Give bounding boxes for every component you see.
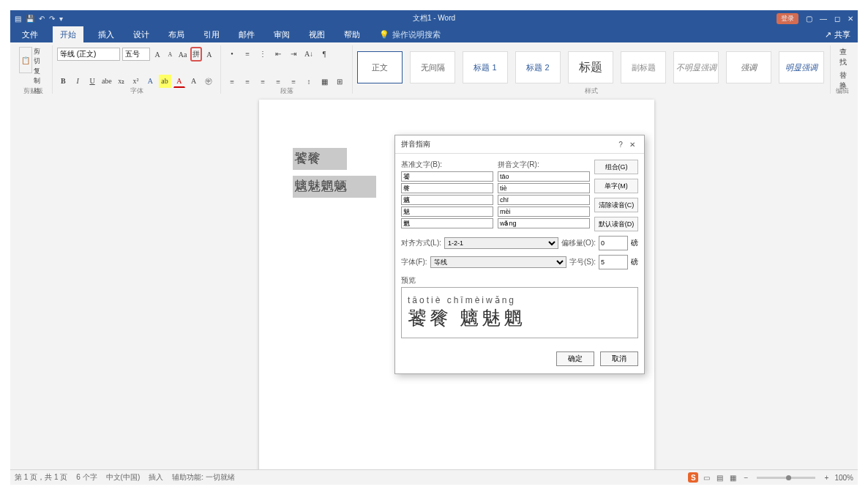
highlight-button[interactable]: ab [159, 75, 171, 88]
minimize-icon[interactable]: — [820, 15, 827, 23]
tab-home[interactable]: 开始 [53, 26, 83, 43]
ruby-text-3[interactable] [498, 206, 590, 217]
ruby-text-0[interactable] [498, 171, 590, 182]
bullets-button[interactable]: • [225, 47, 239, 60]
base-text-0[interactable] [401, 171, 493, 182]
ruby-text-4[interactable] [498, 218, 590, 228]
autosave-icon[interactable]: ▤ [15, 15, 21, 23]
superscript-button[interactable]: x² [130, 75, 142, 88]
dialog-help-icon[interactable]: ? [615, 141, 626, 149]
tab-view[interactable]: 视图 [304, 27, 329, 42]
style-intense-emphasis[interactable]: 明显强调 [779, 51, 824, 83]
mono-button[interactable]: 单字(M) [594, 179, 638, 193]
increase-indent-button[interactable]: ⇥ [287, 47, 300, 60]
tell-me[interactable]: 💡 操作说明搜索 [379, 29, 441, 40]
style-subtle-emphasis[interactable]: 不明显强调 [673, 51, 719, 83]
sort-button[interactable]: A↓ [302, 47, 315, 60]
style-heading2[interactable]: 标题 2 [515, 51, 561, 83]
size-unit: 磅 [631, 257, 638, 267]
share-button[interactable]: ↗ 共享 [825, 29, 850, 40]
combine-button[interactable]: 组合(G) [594, 160, 638, 174]
style-title[interactable]: 标题 [568, 51, 613, 83]
font-size-input[interactable] [122, 48, 150, 61]
decrease-indent-button[interactable]: ⇤ [272, 47, 285, 60]
font-name-input[interactable] [57, 48, 120, 61]
redo-icon[interactable]: ↷ [49, 15, 55, 23]
login-badge[interactable]: 登录 [777, 13, 798, 24]
tab-file[interactable]: 文件 [18, 27, 42, 42]
zoom-level[interactable]: 100% [834, 474, 853, 482]
status-language[interactable]: 中文(中国) [106, 472, 141, 483]
tab-layout[interactable]: 布局 [164, 27, 189, 42]
base-text-2[interactable] [401, 195, 493, 205]
phonetic-guide-button[interactable]: 拼 [190, 47, 202, 62]
selected-text-1[interactable]: 饕餮 [293, 148, 347, 170]
qat-more-icon[interactable]: ▾ [59, 15, 63, 23]
dialog-close-icon[interactable]: ✕ [626, 141, 638, 149]
maximize-icon[interactable]: ◻ [834, 15, 840, 23]
change-case-button[interactable]: Aa [177, 48, 187, 61]
underline-button[interactable]: U [86, 75, 99, 88]
cut-button[interactable]: 剪切 [34, 47, 46, 66]
base-text-label: 基准文字(B): [401, 160, 493, 170]
char-shading-button[interactable]: A [187, 75, 200, 88]
ribbon-options-icon[interactable]: ▢ [806, 15, 812, 23]
paste-button[interactable]: 📋 [19, 47, 32, 73]
status-words[interactable]: 6 个字 [76, 472, 97, 483]
tab-review[interactable]: 审阅 [269, 27, 294, 42]
grow-font-button[interactable]: A [152, 48, 162, 61]
dialog-titlebar[interactable]: 拼音指南 ? ✕ [395, 135, 644, 154]
read-mode-icon[interactable]: ▭ [701, 472, 711, 483]
copy-button[interactable]: 复制 [34, 67, 46, 86]
default-reading-button[interactable]: 默认读音(D) [594, 217, 638, 231]
char-border-button[interactable]: A [204, 48, 214, 61]
base-text-1[interactable] [401, 183, 493, 193]
tab-design[interactable]: 设计 [129, 27, 154, 42]
text-effects-button[interactable]: A [144, 75, 157, 88]
preview-label: 预览 [401, 275, 638, 286]
offset-input[interactable] [599, 236, 628, 250]
tab-insert[interactable]: 插入 [94, 27, 119, 42]
zoom-in-icon[interactable]: + [821, 472, 831, 483]
strike-button[interactable]: abe [100, 75, 113, 88]
font-select[interactable]: 等线 [430, 256, 566, 268]
style-normal[interactable]: 正文 [357, 51, 403, 83]
status-insert[interactable]: 插入 [149, 472, 163, 483]
status-page[interactable]: 第 1 页，共 1 页 [15, 472, 67, 483]
close-icon[interactable]: ✕ [848, 15, 853, 23]
print-layout-icon[interactable]: ▤ [714, 472, 725, 483]
style-heading1[interactable]: 标题 1 [463, 51, 508, 83]
ruby-text-2[interactable] [498, 195, 590, 205]
save-icon[interactable]: 💾 [26, 15, 34, 23]
bold-button[interactable]: B [57, 75, 70, 88]
base-text-4[interactable] [401, 218, 493, 228]
numbering-button[interactable]: ≡ [241, 47, 254, 60]
selected-text-2[interactable]: 魑魅魍魉 [293, 176, 376, 198]
zoom-slider[interactable] [757, 477, 815, 479]
shrink-font-button[interactable]: A [165, 48, 175, 61]
show-marks-button[interactable]: ¶ [318, 47, 331, 60]
tab-references[interactable]: 引用 [199, 27, 224, 42]
style-emphasis[interactable]: 强调 [726, 51, 771, 83]
ruby-text-1[interactable] [498, 183, 590, 193]
status-accessibility[interactable]: 辅助功能: 一切就绪 [172, 472, 235, 483]
enclose-char-button[interactable]: ㊥ [202, 75, 214, 88]
zoom-out-icon[interactable]: − [741, 472, 751, 483]
multilevel-button[interactable]: ⋮ [256, 47, 269, 60]
subscript-button[interactable]: x₂ [115, 75, 127, 88]
ok-button[interactable]: 确定 [556, 351, 594, 366]
tab-help[interactable]: 帮助 [340, 27, 364, 42]
undo-icon[interactable]: ↶ [39, 15, 45, 23]
align-select[interactable]: 1-2-1 [444, 237, 558, 249]
italic-button[interactable]: I [72, 75, 84, 88]
style-subtitle[interactable]: 副标题 [621, 51, 666, 83]
clear-reading-button[interactable]: 清除读音(C) [594, 198, 638, 212]
web-layout-icon[interactable]: ▦ [727, 472, 738, 483]
size-input[interactable] [599, 255, 628, 269]
ime-icon[interactable]: S [688, 472, 698, 483]
base-text-3[interactable] [401, 206, 493, 217]
cancel-button[interactable]: 取消 [600, 351, 638, 366]
find-button[interactable]: 查找 [839, 47, 848, 67]
style-nospacing[interactable]: 无间隔 [410, 51, 455, 83]
tab-mailings[interactable]: 邮件 [234, 27, 259, 42]
